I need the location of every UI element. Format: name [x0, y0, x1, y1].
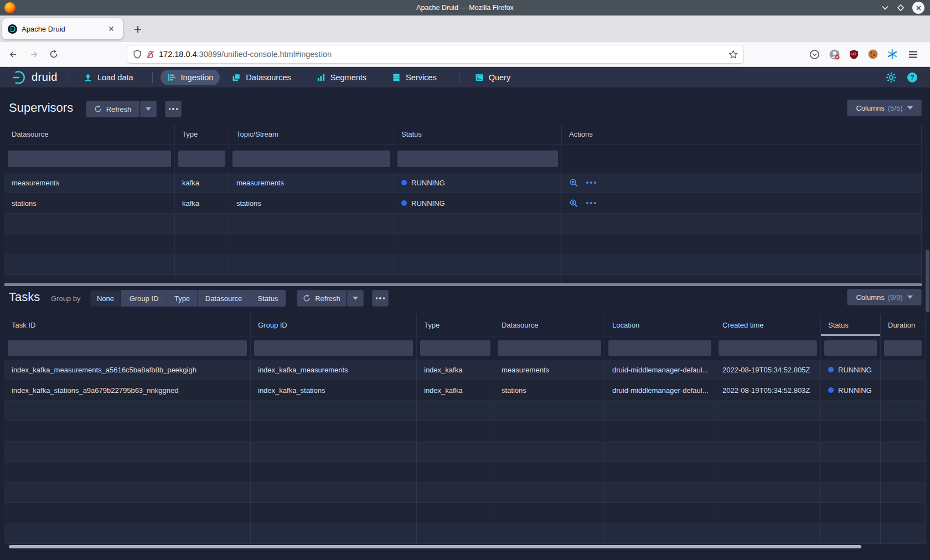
- supervisors-more-button[interactable]: [165, 101, 182, 117]
- columns-count: (9/9): [888, 293, 903, 302]
- sup-col-header-datasource[interactable]: Datasource: [4, 124, 175, 144]
- sup-cell-actions: [562, 173, 922, 193]
- task-filter-created-time[interactable]: [719, 340, 817, 356]
- supervisor-row-stations[interactable]: stations kafka stations RUNNING: [4, 193, 922, 214]
- refresh-icon: [94, 105, 102, 113]
- task-filter-group-id[interactable]: [254, 340, 413, 356]
- pane-splitter[interactable]: [4, 283, 922, 286]
- window-minimize-icon[interactable]: [881, 4, 889, 12]
- group-by-button-group: None Group ID Type Datasource Status: [90, 290, 286, 307]
- empty-row: [4, 462, 926, 483]
- account-extension-icon[interactable]: [827, 47, 841, 61]
- window-maximize-icon[interactable]: [897, 4, 905, 12]
- view-details-magnifier-icon[interactable]: [569, 178, 578, 188]
- supervisors-columns-button[interactable]: Columns (5/5): [847, 100, 922, 116]
- druid-brand[interactable]: druid: [11, 69, 58, 86]
- insecure-lock-icon[interactable]: [146, 50, 154, 59]
- row-more-actions-icon[interactable]: [586, 202, 596, 204]
- tasks-toolbar: Tasks Group by None Group ID Type Dataso…: [0, 289, 930, 308]
- vertical-scrollbar[interactable]: [926, 250, 929, 312]
- task-col-header-task-id[interactable]: Task ID: [4, 314, 251, 336]
- cookie-extension-icon[interactable]: [866, 47, 880, 61]
- reload-icon: [49, 50, 58, 59]
- bookmark-star-icon[interactable]: [728, 50, 738, 59]
- tab-close-button[interactable]: [105, 23, 117, 35]
- tasks-more-button[interactable]: [372, 290, 389, 307]
- task-cell-task-id: index_kafka_stations_a9a679b22795b63_nnk…: [4, 380, 251, 400]
- task-filter-task-id[interactable]: [8, 340, 247, 356]
- url-bar[interactable]: 172.18.0.4:30899/unified-console.html#in…: [127, 45, 743, 63]
- task-filter-location[interactable]: [608, 340, 711, 356]
- settings-gear-icon[interactable]: [886, 72, 897, 83]
- supervisor-row-measurements[interactable]: measurements kafka measurements RUNNING: [4, 173, 922, 193]
- window-close-button[interactable]: [912, 2, 924, 14]
- sup-filter-type[interactable]: [178, 151, 225, 167]
- back-button[interactable]: [4, 46, 21, 63]
- pocket-icon[interactable]: [807, 47, 822, 61]
- tasks-refresh-button[interactable]: Refresh: [297, 290, 347, 307]
- sup-filter-datasource[interactable]: [8, 151, 171, 167]
- task-col-header-type[interactable]: Type: [417, 314, 494, 336]
- sup-filter-topic[interactable]: [232, 151, 390, 167]
- nav-item-label: Services: [406, 73, 437, 82]
- sup-cell-topic: stations: [229, 193, 394, 213]
- tasks-refresh-dropdown[interactable]: [347, 290, 364, 307]
- forward-button[interactable]: [25, 46, 42, 63]
- task-row-stations[interactable]: index_kafka_stations_a9a679b22795b63_nnk…: [4, 380, 926, 401]
- group-by-none-button[interactable]: None: [90, 290, 121, 307]
- task-col-header-created-time[interactable]: Created time: [715, 314, 821, 336]
- more-icon: [376, 297, 385, 299]
- reload-button[interactable]: [45, 46, 62, 63]
- row-more-actions-icon[interactable]: [586, 182, 596, 184]
- supervisors-refresh-button[interactable]: Refresh: [86, 101, 140, 117]
- nav-item-ingestion[interactable]: Ingestion: [161, 70, 220, 85]
- nav-item-services[interactable]: Services: [385, 70, 443, 85]
- task-filter-type[interactable]: [420, 340, 490, 356]
- supervisors-refresh-dropdown[interactable]: [140, 101, 157, 117]
- nav-item-query[interactable]: Query: [468, 70, 518, 85]
- new-tab-button[interactable]: [131, 22, 145, 37]
- sup-col-header-actions: Actions: [562, 124, 922, 144]
- group-by-datasource-button[interactable]: Datasource: [198, 290, 250, 307]
- status-running-dot: [401, 180, 407, 185]
- chevron-down-icon: [907, 295, 913, 299]
- more-icon: [169, 108, 178, 110]
- group-by-group-id-button[interactable]: Group ID: [121, 290, 167, 307]
- task-col-header-group-id[interactable]: Group ID: [251, 314, 417, 336]
- group-by-status-button[interactable]: Status: [250, 290, 286, 307]
- horizontal-scrollbar[interactable]: [9, 545, 861, 548]
- sup-col-header-type[interactable]: Type: [175, 124, 229, 144]
- sup-col-header-topic[interactable]: Topic/Stream: [229, 124, 394, 144]
- nav-item-load-data[interactable]: Load data: [77, 70, 140, 85]
- task-row-measurements[interactable]: index_kafka_measurements_a5616c5ba8afb8b…: [4, 360, 926, 380]
- task-filter-datasource[interactable]: [498, 340, 601, 356]
- sup-col-header-status[interactable]: Status: [394, 124, 562, 144]
- supervisors-toolbar: Supervisors Refresh Columns (5/5): [0, 100, 930, 118]
- query-icon: [475, 73, 484, 82]
- help-icon[interactable]: ?: [907, 72, 918, 83]
- url-path: :30899/unified-console.html#ingestion: [197, 50, 332, 59]
- hamburger-menu-icon[interactable]: [906, 47, 920, 61]
- ublock-origin-icon[interactable]: uO: [846, 47, 861, 61]
- view-details-magnifier-icon[interactable]: [569, 199, 578, 208]
- shield-permissions-icon[interactable]: [133, 50, 142, 59]
- task-col-header-duration[interactable]: Duration: [881, 314, 926, 336]
- task-col-header-location[interactable]: Location: [605, 314, 715, 336]
- task-cell-status: RUNNING: [821, 380, 881, 400]
- tasks-columns-button[interactable]: Columns (9/9): [847, 289, 922, 305]
- chevron-down-icon: [353, 297, 358, 300]
- browser-tab-apache-druid[interactable]: Apache Druid: [2, 18, 123, 39]
- task-cell-location: druid-middlemanager-defaul...: [605, 360, 715, 380]
- task-filter-duration[interactable]: [884, 340, 922, 356]
- task-col-header-datasource[interactable]: Datasource: [494, 314, 605, 336]
- group-by-type-button[interactable]: Type: [167, 290, 198, 307]
- task-col-header-status[interactable]: Status: [821, 314, 881, 336]
- sup-filter-status[interactable]: [397, 151, 558, 167]
- asterisk-extension-icon[interactable]: [885, 47, 900, 61]
- svg-text:?: ?: [910, 74, 914, 81]
- nav-item-datasources[interactable]: Datasources: [225, 70, 297, 85]
- browser-toolbar: 172.18.0.4:30899/unified-console.html#in…: [0, 42, 930, 67]
- empty-row: [4, 401, 926, 421]
- nav-item-segments[interactable]: Segments: [310, 70, 373, 85]
- task-filter-status[interactable]: [824, 340, 877, 356]
